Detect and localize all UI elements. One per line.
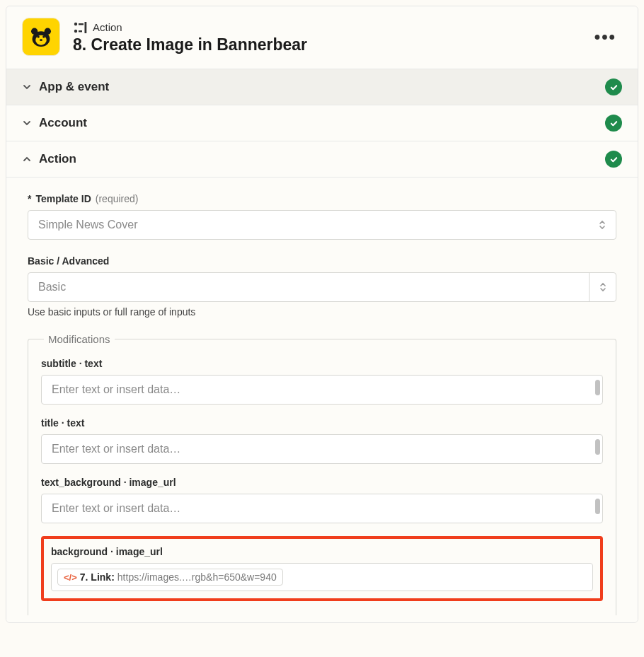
action-type-icon [73, 20, 88, 35]
svg-rect-9 [79, 23, 84, 25]
step-type-label: Action [93, 21, 122, 33]
status-complete-badge [605, 151, 622, 168]
header-text: Action 8. Create Image in Bannerbear [73, 20, 589, 54]
status-complete-badge [605, 115, 622, 132]
text-background-input[interactable]: Enter text or insert data… [41, 494, 603, 523]
section-title: Action [39, 152, 76, 166]
svg-point-4 [37, 35, 39, 37]
field-basic-advanced: Basic / Advanced Basic Use basic inputs … [28, 255, 616, 318]
select-caret-icon [589, 273, 616, 301]
scroll-thumb[interactable] [595, 499, 600, 514]
field-template-id: * Template ID (required) Simple News Cov… [28, 193, 616, 240]
svg-point-6 [40, 39, 42, 41]
pill-value: https://images.…rgb&h=650&w=940 [117, 571, 277, 583]
step-header: Action 8. Create Image in Bannerbear ••• [6, 6, 638, 69]
data-pill[interactable]: </> 7. Link: https://images.…rgb&h=650&w… [57, 569, 283, 586]
select-value: Simple News Cover [38, 219, 137, 231]
section-app-event[interactable]: App & event [6, 69, 638, 105]
template-id-select[interactable]: Simple News Cover [28, 210, 616, 240]
action-body: * Template ID (required) Simple News Cov… [6, 177, 638, 622]
more-menu-button[interactable]: ••• [589, 24, 622, 50]
svg-point-8 [74, 29, 77, 32]
field-help-text: Use basic inputs or full range of inputs [28, 306, 616, 318]
code-icon: </> [64, 572, 77, 583]
scroll-thumb[interactable] [595, 380, 600, 395]
select-caret-icon [599, 220, 606, 230]
required-hint: (required) [96, 193, 139, 204]
bannerbear-app-icon [22, 18, 60, 56]
chevron-down-icon [22, 82, 32, 92]
modifications-legend: Modifications [44, 333, 115, 345]
section-action[interactable]: Action [6, 141, 638, 177]
field-subtitle-text: subtitle · text Enter text or insert dat… [41, 358, 603, 405]
field-background-highlighted: background · image_url </> 7. Link: http… [41, 536, 603, 601]
pill-label: 7. Link: [80, 571, 115, 583]
field-text-background: text_background · image_url Enter text o… [41, 477, 603, 523]
chevron-down-icon [22, 118, 32, 128]
select-value: Basic [28, 273, 589, 301]
title-text-input[interactable]: Enter text or insert data… [41, 434, 603, 464]
subtitle-text-input[interactable]: Enter text or insert data… [41, 375, 603, 405]
input-placeholder: Enter text or insert data… [52, 443, 180, 455]
action-step-panel: Action 8. Create Image in Bannerbear •••… [6, 6, 638, 623]
svg-rect-10 [79, 30, 82, 32]
mod-label: text_background · image_url [41, 477, 603, 488]
field-label-text: Template ID [35, 193, 91, 204]
field-title-text: title · text Enter text or insert data… [41, 417, 603, 464]
modifications-fieldset: Modifications subtitle · text Enter text… [28, 333, 616, 615]
basic-advanced-select[interactable]: Basic [28, 272, 616, 302]
chevron-up-icon [22, 154, 32, 164]
scroll-thumb[interactable] [595, 439, 600, 455]
required-asterisk: * [28, 193, 31, 204]
mod-label: background · image_url [51, 546, 593, 557]
section-title: App & event [39, 80, 109, 94]
field-label-text: Basic / Advanced [28, 255, 109, 267]
section-title: Account [39, 116, 87, 130]
svg-point-5 [42, 35, 45, 37]
section-account[interactable]: Account [6, 105, 638, 141]
input-placeholder: Enter text or insert data… [52, 383, 180, 395]
mod-label: subtitle · text [41, 358, 603, 369]
svg-rect-11 [85, 22, 87, 33]
mod-label: title · text [41, 417, 603, 429]
status-complete-badge [605, 79, 622, 95]
step-title[interactable]: 8. Create Image in Bannerbear [73, 35, 589, 54]
svg-point-7 [74, 22, 77, 25]
background-input[interactable]: </> 7. Link: https://images.…rgb&h=650&w… [51, 563, 593, 591]
input-placeholder: Enter text or insert data… [52, 502, 180, 514]
